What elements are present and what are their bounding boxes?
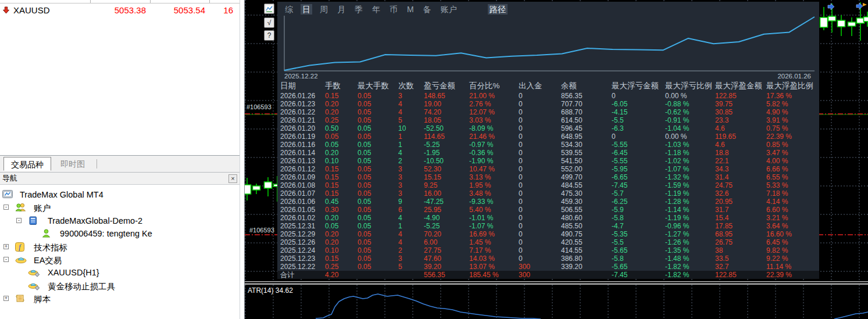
cell: 0.05	[356, 206, 391, 214]
tree-item-label: TradeMax Global MT4	[20, 190, 103, 199]
tab-symbols[interactable]: 交易品种	[3, 157, 51, 171]
cell: 2026.01.13	[277, 157, 324, 165]
cell: 3	[391, 181, 423, 189]
table-row: 2026.01.210.250.05518.053.03 %0614.50-5.…	[277, 116, 819, 124]
cell: -1.01 %	[468, 214, 507, 222]
cell: -1.32 %	[664, 173, 714, 181]
cell: 4.20	[324, 271, 356, 279]
cell: 1	[391, 222, 423, 230]
cell: 0.20	[324, 214, 356, 222]
table-row: 2026.01.090.150.05315.153.13 %0499.70-6.…	[277, 173, 819, 181]
collapse-icon[interactable]: -	[3, 205, 9, 210]
cell: 0	[507, 230, 558, 238]
cell: -5.8	[610, 255, 664, 263]
cell: 0.20	[324, 238, 356, 246]
cell: 506.55	[558, 206, 610, 214]
bid-price: 5053.38	[90, 3, 150, 17]
market-watch-row-xauusd[interactable]: XAUUSD 5053.38 5053.54 16	[0, 3, 237, 17]
table-row: 2025.12.240.100.05227.757.17 %0414.55-5.…	[277, 246, 819, 255]
tree-item-label: 技术指标	[34, 242, 67, 253]
cell: -0.62 %	[664, 108, 714, 116]
cell: -4.90	[423, 214, 468, 222]
cell: 0.85 %	[765, 141, 819, 149]
column-header: 日期	[277, 81, 324, 91]
cell: -52.50	[423, 124, 468, 132]
user-icon	[42, 229, 51, 238]
tree-item-label: TradeMaxGlobal-Demo-2	[48, 216, 142, 225]
cell: 2026.01.02	[277, 214, 324, 222]
cell: 499.70	[558, 173, 610, 181]
atr-indicator-window: ATR(14) 34.62	[245, 285, 868, 319]
cell: -6.45	[610, 149, 664, 157]
trade-arrow-icon	[828, 3, 834, 10]
cell: 25.95	[423, 206, 468, 214]
cell: 74.20	[423, 108, 468, 116]
cell: 0	[507, 108, 558, 116]
cell: 2025.12.26	[277, 238, 324, 246]
cell: 16.60 %	[765, 230, 819, 238]
close-icon[interactable]: ×	[228, 174, 237, 183]
cell: 556.35	[423, 271, 468, 279]
cell: 0.75 %	[765, 124, 819, 132]
cell: 16.69 %	[468, 230, 507, 238]
cell: 2025.12.24	[277, 246, 324, 255]
table-row: 2026.01.140.200.054-1.95-0.36 %0539.55-6…	[277, 149, 819, 157]
tab-tick-chart[interactable]: 即时图	[53, 157, 92, 171]
expand-icon[interactable]: +	[3, 296, 9, 301]
cell: 0.20	[324, 149, 356, 157]
expand-icon[interactable]: +	[3, 244, 9, 249]
cell: 0.05	[356, 198, 391, 206]
cell: 6.00	[423, 238, 468, 246]
cell: 148.65	[423, 92, 468, 100]
chart-image-button[interactable]	[264, 3, 274, 14]
cell: 0	[507, 100, 558, 108]
column-divider	[150, 0, 151, 3]
cell: 0.05	[356, 238, 391, 246]
table-row: 2026.01.190.050.051114.6521.46 %0648.950…	[277, 132, 819, 141]
navigator-tree: TradeMax Global MT4-账户-TradeMaxGlobal-De…	[0, 185, 240, 319]
cell: 5.33 %	[765, 181, 819, 189]
atr-canvas	[245, 285, 868, 319]
cell: 2026.01.08	[277, 181, 324, 189]
chart-check-button[interactable]: √	[264, 17, 274, 28]
cell: 0.50	[324, 124, 356, 132]
table-row: 2026.01.080.150.0539.251.95 %0484.55-7.4…	[277, 181, 819, 189]
cell: 0	[507, 238, 558, 246]
cell: 2	[391, 246, 423, 255]
cell: 3.64 %	[765, 222, 819, 230]
market-watch-tabs: 交易品种 即时图	[0, 155, 240, 173]
table-row: 2026.01.020.200.054-4.90-1.01 %0480.60-5…	[277, 214, 819, 222]
cell: 4	[391, 230, 423, 238]
cell: 0.00 %	[664, 92, 714, 100]
cell: 14.03 %	[468, 255, 507, 263]
cell: -1.14 %	[664, 206, 714, 214]
cell: 480.60	[558, 214, 610, 222]
cell: 19.00	[423, 100, 468, 108]
collapse-icon[interactable]: -	[16, 218, 22, 223]
cell: 539.55	[558, 149, 610, 157]
tree-item-label: 黄金移动止损工具	[48, 281, 115, 292]
cell: 10	[391, 124, 423, 132]
chart-help-button[interactable]: ?	[264, 30, 274, 41]
cell: 3.48 %	[468, 189, 507, 198]
cell: -1.19 %	[664, 189, 714, 198]
cell: 0.05	[356, 149, 391, 157]
tab-separator	[97, 159, 97, 169]
cell: -5.65	[610, 263, 664, 271]
cell: -47.25	[423, 198, 468, 206]
cell: 5	[391, 263, 423, 271]
cell: -5.35	[610, 230, 664, 238]
table-row: 2025.12.230.150.05347.6014.03 %0386.80-5…	[277, 255, 819, 263]
table-row: 2026.01.200.500.0510-52.50-8.09 %0596.45…	[277, 124, 819, 132]
cell: -5.7	[610, 189, 664, 198]
cell: -7.45	[610, 271, 664, 279]
cell: 300	[507, 263, 558, 271]
cell: 26.75	[714, 238, 765, 246]
column-header: 最大浮盈比例	[765, 81, 819, 91]
cell	[356, 271, 391, 279]
cell: 707.70	[558, 100, 610, 108]
cell: 9.82 %	[765, 246, 819, 255]
cell: 339.20	[558, 263, 610, 271]
table-row: 2026.01.160.050.051-5.25-0.97 %0534.30-5…	[277, 141, 819, 149]
collapse-icon[interactable]: -	[3, 257, 9, 262]
